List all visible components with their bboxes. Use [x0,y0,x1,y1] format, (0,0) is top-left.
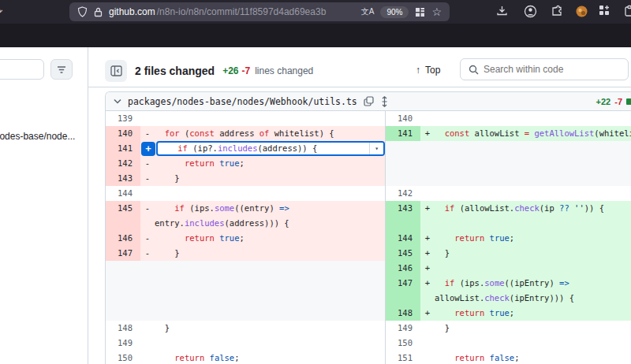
search-within-code[interactable] [460,58,629,80]
line-number[interactable]: 149 [106,336,140,351]
diff-empty-cell [385,156,631,171]
line-number[interactable]: 144 [386,231,420,246]
diff-cell: 139 [106,111,385,126]
shield-icon[interactable] [77,6,88,17]
line-number[interactable]: 148 [106,321,140,336]
line-number[interactable]: 147 [106,246,140,261]
diff-empty-cell [106,306,385,321]
file-tree-toggle-button[interactable] [105,60,127,82]
line-number[interactable]: 139 [106,111,140,126]
diff-row: 150 return false;151 return false; [106,351,631,364]
diff-cell: 144+ return true; [385,231,631,246]
diff-marker [420,111,435,126]
line-number[interactable]: 151 [386,351,420,364]
code-line: return true; [155,156,385,171]
line-number[interactable]: 150 [106,351,140,364]
diff-marker [420,321,435,336]
address-bar[interactable]: github.com /n8n-io/n8n/commit/11f8597d4a… [69,2,450,21]
diff-cell: 148 } [106,321,385,336]
line-number[interactable]: 144 [106,186,140,201]
reload-icon[interactable]: ⟳ [0,5,3,19]
chevron-down-icon[interactable] [114,98,121,104]
diff-row: 142- return true; [106,156,631,171]
line-number[interactable]: 141 [106,141,140,156]
diff-marker [140,111,155,126]
code-line: return false; [155,351,385,364]
line-number[interactable]: 146 [106,231,140,246]
diff-row: 148+ return true; [106,306,631,321]
line-menu-caret[interactable]: ▾ [369,143,383,154]
file-filter-button[interactable] [50,59,73,80]
downloads-icon[interactable] [496,5,508,17]
code-line: return false; [435,351,631,364]
zoom-badge[interactable]: 90% [380,6,409,18]
diff-cell: 143- } [106,171,385,186]
diff-marker: + [420,276,435,306]
diff-cell: 142 [385,186,631,201]
line-number[interactable]: 140 [106,126,140,141]
diff-cell: 140- for (const address of whitelist) { [106,126,385,141]
line-number[interactable]: 148 [386,306,420,321]
line-number[interactable]: 150 [386,336,420,351]
code-line: return true; [155,231,385,246]
diff-marker [140,336,155,351]
diff-cell: 149 [106,336,385,351]
diff-row: 146+ [106,261,631,276]
reader-grid-icon[interactable] [415,7,425,17]
file-tree-item[interactable]: packages/nodes-base/node... [0,131,75,142]
search-input[interactable] [484,64,602,75]
clipboard-icon[interactable] [624,5,631,17]
line-number[interactable]: 141 [386,126,420,141]
line-number[interactable]: 146 [386,261,420,276]
diff-row: 148 }149 } [106,321,631,336]
line-number[interactable]: 149 [386,321,420,336]
code-line: if (ip?.includes(address)) { [158,143,369,154]
diff-marker [420,351,435,364]
diff-row: 140- for (const address of whitelist) {1… [106,126,631,141]
extensions-puzzle-icon[interactable] [551,5,563,17]
line-number[interactable]: 143 [386,201,420,231]
diff-cell: 146+ [385,261,631,276]
search-icon [469,65,479,75]
file-header: packages/nodes-base/nodes/Webhook/utils.… [106,92,631,111]
grid-add-icon[interactable] [599,5,610,17]
diff-cell: 150 return false; [106,351,385,364]
addon-extension-icon[interactable] [576,6,588,17]
drag-handle-icon[interactable] [380,96,389,107]
diff-row: 146- return true;144+ return true; [106,231,631,246]
screenshot: ⟳ github.com /n8n-io/n8n/commit/11f8597d… [0,0,631,364]
account-icon[interactable] [524,5,537,18]
code-line [435,111,631,126]
diff-cell: 145+ } [385,246,631,261]
line-number[interactable]: 142 [106,156,140,171]
bookmark-star-icon[interactable]: ☆ [431,6,442,18]
line-number[interactable]: 140 [386,111,420,126]
diff-marker [420,336,435,351]
back-to-top-link[interactable]: ↑ Top [416,65,440,76]
diff-marker: + [420,201,435,231]
toolbar-border [88,87,631,87]
line-number[interactable]: 145 [106,201,140,231]
up-arrow-icon: ↑ [416,65,420,76]
code-line [435,336,631,351]
line-number[interactable]: 143 [106,171,140,186]
files-changed-heading: 2 files changed [135,65,215,77]
diff-marker: - [140,201,155,231]
file-path[interactable]: packages/nodes-base/nodes/Webhook/utils.… [128,96,357,107]
diff-cell: 141+ if (ip?.includes(address)) {▾ [106,141,385,156]
code-line [155,186,385,201]
diff-empty-cell [106,261,385,276]
diff-table: 139140140- for (const address of whiteli… [106,111,631,364]
copy-path-icon[interactable] [364,96,374,106]
add-comment-button[interactable]: + [141,142,155,156]
line-number[interactable]: 147 [386,276,420,306]
diff-cell: 140 [385,111,631,126]
lock-icon[interactable] [94,7,103,17]
line-number[interactable]: 145 [386,246,420,261]
code-line [435,261,631,276]
line-number[interactable]: 142 [386,186,420,201]
diff-marker: + [420,246,435,261]
translate-icon[interactable]: 文A [361,6,375,17]
file-filter-input[interactable] [0,59,44,80]
diff-marker: - [140,246,155,261]
